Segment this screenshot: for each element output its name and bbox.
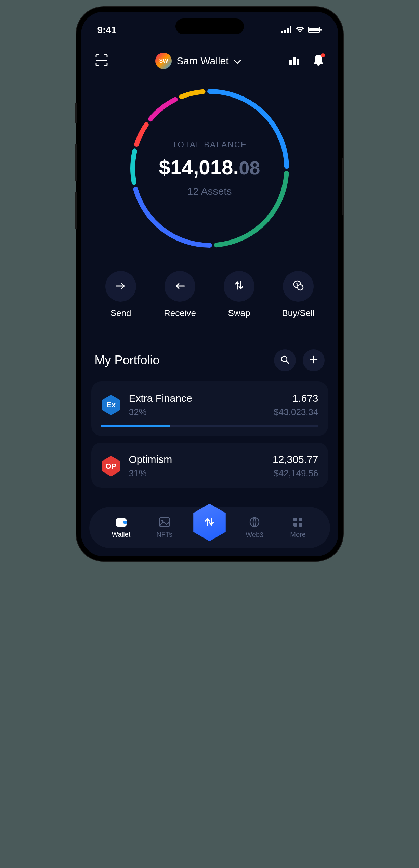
tab-more[interactable]: More	[281, 517, 315, 539]
coin-icon: $	[293, 280, 304, 293]
screen: 9:41 SW Sam Walle	[81, 12, 338, 556]
wallet-name: Sam Wallet	[176, 55, 228, 67]
fab-swap[interactable]	[191, 504, 228, 541]
notification-badge	[321, 53, 325, 57]
side-button	[75, 103, 77, 123]
svg-rect-16	[159, 518, 170, 527]
arrow-right-icon	[116, 281, 126, 292]
asset-name: Optimism	[129, 454, 265, 465]
app-header: SW Sam Wallet	[81, 39, 338, 76]
grid-icon	[293, 517, 303, 529]
asset-icon: Ex	[101, 395, 121, 415]
plus-icon	[309, 355, 318, 365]
notifications-button[interactable]	[313, 54, 324, 68]
svg-rect-8	[293, 57, 296, 65]
power-button	[342, 157, 344, 216]
asset-amount: 12,305.77	[273, 454, 318, 465]
wallet-selector[interactable]: SW Sam Wallet	[155, 53, 241, 69]
cellular-icon	[281, 25, 292, 36]
globe-icon	[249, 517, 260, 529]
tab-wallet[interactable]: Wallet	[104, 517, 138, 539]
dynamic-island	[175, 18, 244, 34]
assets-count: 12 Assets	[187, 185, 232, 197]
tab-nfts-label: NFTs	[156, 531, 172, 539]
search-button[interactable]	[274, 349, 296, 371]
svg-rect-20	[299, 518, 302, 521]
search-icon	[280, 355, 290, 366]
wifi-icon	[295, 25, 305, 36]
status-time: 9:41	[97, 25, 117, 36]
volume-up-button	[75, 144, 77, 181]
tab-wallet-label: Wallet	[112, 531, 130, 539]
balance-decimals: 08	[239, 157, 260, 179]
battery-icon	[308, 25, 322, 36]
tab-web3[interactable]: Web3	[237, 517, 272, 539]
svg-rect-5	[309, 28, 319, 31]
progress-fill	[101, 425, 171, 427]
phone-frame: 9:41 SW Sam Walle	[76, 7, 343, 561]
swap-icon	[234, 280, 244, 293]
receive-label: Receive	[164, 308, 196, 319]
asset-card[interactable]: OP Optimism 31% 12,305.77 $42,149.56	[91, 443, 328, 488]
svg-rect-2	[287, 28, 289, 33]
buysell-button[interactable]: $ Buy/Sell	[274, 271, 322, 319]
svg-rect-3	[290, 26, 291, 33]
svg-rect-6	[320, 29, 322, 31]
arrow-left-icon	[175, 281, 185, 292]
avatar-initials: SW	[159, 58, 168, 64]
svg-point-18	[250, 518, 259, 527]
svg-rect-19	[293, 518, 297, 521]
svg-rect-15	[123, 521, 127, 524]
status-icons	[281, 25, 322, 36]
portfolio-title: My Portfolio	[95, 353, 160, 367]
add-asset-button[interactable]	[303, 349, 325, 371]
donut-center: TOTAL BALANCE $14,018.08 12 Assets	[124, 83, 295, 254]
send-label: Send	[110, 308, 131, 319]
portfolio-donut-chart[interactable]: TOTAL BALANCE $14,018.08 12 Assets	[81, 76, 338, 254]
asset-amount: 1.673	[274, 392, 318, 404]
chevron-down-icon	[234, 55, 241, 67]
asset-percent: 31%	[129, 468, 265, 479]
svg-rect-0	[281, 31, 283, 33]
swap-fab-icon	[202, 515, 216, 530]
asset-usd: $42,149.56	[273, 468, 318, 479]
tab-bar: Wallet NFTs Web3 More	[89, 507, 330, 548]
stats-icon[interactable]	[288, 54, 300, 68]
asset-list: Ex Extra Finance 32% 1.673 $43,023.34 OP…	[81, 381, 338, 488]
svg-rect-21	[293, 523, 297, 527]
balance-main: $14,018.	[159, 156, 239, 179]
avatar: SW	[155, 53, 172, 69]
swap-label: Swap	[228, 308, 250, 319]
svg-rect-1	[284, 30, 286, 33]
image-icon	[159, 517, 170, 529]
svg-rect-7	[289, 60, 292, 65]
action-row: Send Receive Swap $ Buy/Sell	[81, 254, 338, 329]
portfolio-header: My Portfolio	[81, 329, 338, 381]
asset-usd: $43,023.34	[274, 407, 318, 417]
scan-icon[interactable]	[95, 53, 108, 68]
wallet-icon	[115, 517, 127, 529]
asset-card[interactable]: Ex Extra Finance 32% 1.673 $43,023.34	[91, 381, 328, 436]
tab-web3-label: Web3	[246, 531, 263, 539]
swap-button[interactable]: Swap	[215, 271, 263, 319]
svg-point-17	[161, 520, 163, 522]
tab-nfts[interactable]: NFTs	[147, 517, 182, 539]
svg-point-12	[298, 285, 303, 290]
asset-icon: OP	[101, 456, 121, 477]
svg-rect-22	[299, 523, 302, 527]
progress-track	[101, 425, 318, 427]
buysell-label: Buy/Sell	[282, 308, 314, 319]
asset-percent: 32%	[129, 407, 266, 417]
volume-down-button	[75, 192, 77, 229]
send-button[interactable]: Send	[97, 271, 145, 319]
balance-value: $14,018.08	[159, 156, 260, 179]
receive-button[interactable]: Receive	[156, 271, 204, 319]
svg-rect-9	[297, 59, 299, 65]
tab-more-label: More	[290, 531, 306, 539]
balance-label: TOTAL BALANCE	[172, 140, 247, 150]
asset-name: Extra Finance	[129, 392, 266, 404]
